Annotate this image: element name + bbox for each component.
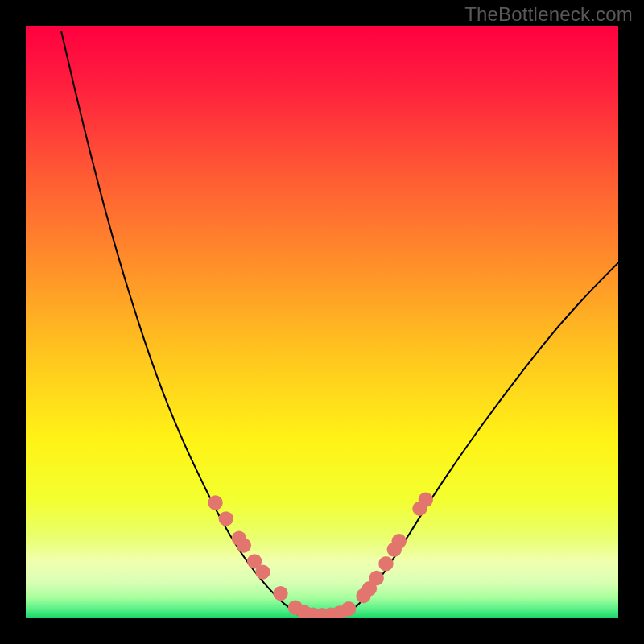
marker-point [208, 495, 222, 510]
plot-svg [26, 26, 618, 618]
plot-area [26, 26, 618, 618]
marker-point [237, 538, 251, 552]
marker-point [219, 511, 233, 526]
marker-point [378, 556, 393, 571]
marker-point [419, 493, 433, 507]
marker-point [369, 571, 384, 585]
marker-point [391, 534, 406, 548]
marker-point [273, 586, 287, 601]
chart-frame: TheBottleneck.com [0, 0, 644, 644]
gradient-background [26, 26, 618, 618]
marker-point [341, 601, 356, 616]
marker-point [255, 564, 270, 579]
watermark-text: TheBottleneck.com [464, 3, 633, 26]
